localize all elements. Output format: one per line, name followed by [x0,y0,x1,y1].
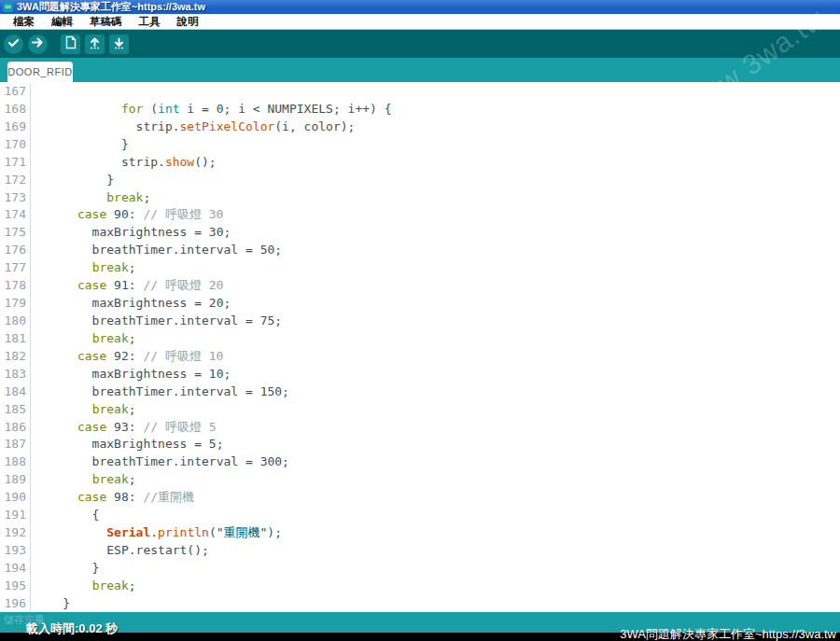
line-number: 185 [0,401,31,419]
code-text: maxBrightness = 10; [31,366,231,383]
code-text: } [31,136,129,154]
menu-item-edit[interactable]: 編輯 [43,15,81,29]
code-line[interactable]: 170 } [0,136,840,154]
line-number: 182 [0,348,31,366]
code-line[interactable]: 179 maxBrightness = 20; [0,295,840,313]
new-sketch-button[interactable] [61,35,80,54]
code-text: breathTimer.interval = 150; [31,383,289,401]
upload-button[interactable] [28,35,48,54]
toolbar [0,30,840,58]
code-line[interactable]: 186 case 93: // 呼吸燈 5 [0,419,840,437]
code-line[interactable]: 175 maxBrightness = 30; [0,224,840,242]
status-load-time: 載入時間:0.02 秒 [26,620,118,637]
code-line[interactable]: 196 } [0,595,840,612]
code-line[interactable]: 180 breathTimer.interval = 75; [0,313,840,330]
line-number: 169 [0,118,31,136]
menu-bar: 檔案編輯草稿碼工具說明 [0,14,840,30]
line-number: 172 [0,172,31,189]
code-line[interactable]: 171 strip.show(); [0,154,840,172]
code-text: breathTimer.interval = 75; [31,313,282,330]
code-line[interactable]: 168 for (int i = 0; i < NUMPIXELS; i++) … [0,101,840,118]
code-text: case 93: // 呼吸燈 5 [31,419,217,437]
code-text: break; [31,578,136,595]
line-number: 192 [0,524,31,542]
code-line[interactable]: 177 break; [0,259,840,277]
menu-item-tools[interactable]: 工具 [131,15,169,29]
line-number: 173 [0,189,31,207]
line-number: 191 [0,507,31,524]
arrow-right-icon [31,35,45,53]
line-number: 170 [0,136,31,154]
tab-door-rfid[interactable]: DOOR_RFID [7,62,73,82]
line-number: 177 [0,259,31,277]
menu-item-help[interactable]: 說明 [169,15,207,29]
code-line[interactable]: 195 break; [0,578,840,595]
title-bar: ∞ 3WA問題解決專家工作室~https://3wa.tw [0,0,840,14]
code-line[interactable]: 174 case 90: // 呼吸燈 30 [0,206,840,224]
check-icon [7,35,21,53]
code-text: strip.show(); [31,154,217,172]
code-text: maxBrightness = 30; [31,224,231,242]
window-title: 3WA問題解決專家工作室~https://3wa.tw [17,0,205,14]
line-number: 176 [0,242,31,259]
code-text: maxBrightness = 20; [31,295,231,313]
code-line[interactable]: 178 case 91: // 呼吸燈 20 [0,277,840,295]
line-number: 179 [0,295,31,313]
line-number: 183 [0,366,31,383]
code-line[interactable]: 193 ESP.restart(); [0,542,840,560]
line-number: 184 [0,383,31,401]
code-line[interactable]: 194 } [0,560,840,578]
line-number: 180 [0,313,31,330]
code-line[interactable]: 184 breathTimer.interval = 150; [0,383,840,401]
line-number: 190 [0,489,31,507]
open-sketch-button[interactable] [85,35,105,54]
code-line[interactable]: 191 { [0,507,840,524]
line-number: 178 [0,277,31,295]
code-line[interactable]: 167 [0,83,840,101]
code-line[interactable]: 181 break; [0,330,840,348]
code-line[interactable]: 183 maxBrightness = 10; [0,366,840,383]
code-text: break; [31,471,136,489]
code-line[interactable]: 192 Serial.println("重開機"); [0,524,840,542]
code-line[interactable]: 176 breathTimer.interval = 50; [0,242,840,259]
line-number: 188 [0,453,31,471]
line-number: 195 [0,578,31,595]
code-editor[interactable]: 167168 for (int i = 0; i < NUMPIXELS; i+… [0,82,840,612]
footer-watermark-text: 3WA問題解決專家工作室~https://3wa.tw [620,627,836,641]
code-text: breathTimer.interval = 50; [31,242,282,259]
save-sketch-button[interactable] [109,35,129,54]
code-line[interactable]: 188 breathTimer.interval = 300; [0,453,840,471]
code-text: maxBrightness = 5; [31,436,224,453]
line-number: 186 [0,419,31,437]
line-number: 194 [0,560,31,578]
code-text: } [31,560,99,578]
code-line[interactable]: 185 break; [0,401,840,419]
line-number: 193 [0,542,31,560]
menu-item-file[interactable]: 檔案 [5,15,43,29]
line-number: 168 [0,101,31,118]
code-text: break; [31,401,136,419]
line-number: 167 [0,83,31,101]
code-line[interactable]: 187 maxBrightness = 5; [0,436,840,453]
code-text: { [31,507,99,524]
code-lines: 167168 for (int i = 0; i < NUMPIXELS; i+… [0,83,840,612]
verify-button[interactable] [4,35,23,54]
code-text: } [31,595,70,612]
code-text: break; [31,189,150,207]
code-line[interactable]: 169 strip.setPixelColor(i, color); [0,118,840,136]
code-text: breathTimer.interval = 300; [31,453,289,471]
line-number: 175 [0,224,31,242]
code-line[interactable]: 190 case 98: //重開機 [0,489,840,507]
code-line[interactable]: 172 } [0,172,840,189]
new-document-icon [63,35,77,53]
arduino-icon: ∞ [3,2,13,12]
code-text: Serial.println("重開機"); [31,524,282,542]
code-line[interactable]: 173 break; [0,189,840,207]
code-text: break; [31,330,136,348]
code-line[interactable]: 182 case 92: // 呼吸燈 10 [0,348,840,366]
line-number: 196 [0,595,31,612]
code-text: case 92: // 呼吸燈 10 [31,348,223,366]
menu-item-sketch[interactable]: 草稿碼 [81,15,131,29]
code-line[interactable]: 189 break; [0,471,840,489]
line-number: 189 [0,471,31,489]
